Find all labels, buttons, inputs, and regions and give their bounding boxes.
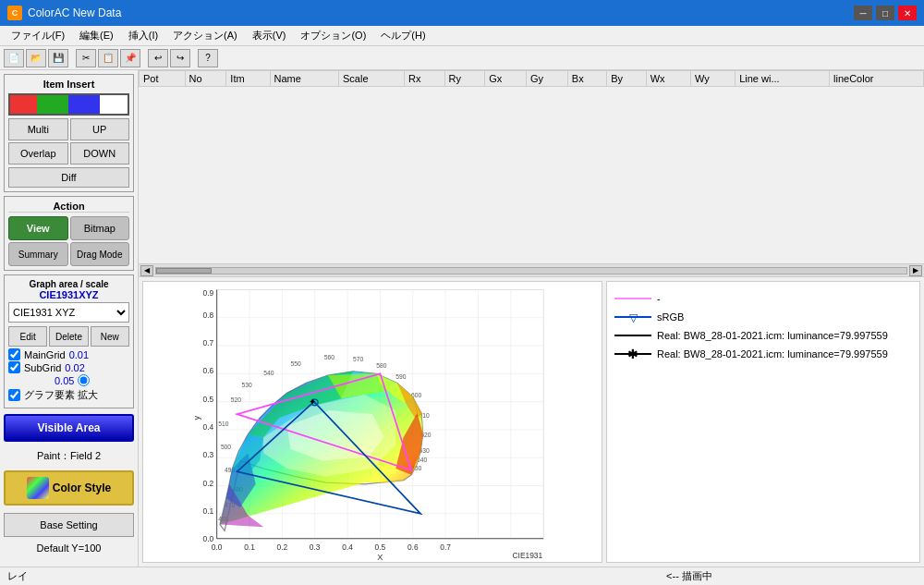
tb-undo[interactable]: ↩ (148, 49, 168, 67)
paint-label: Paint：Field 2 (4, 449, 134, 463)
tb-copy[interactable]: 📋 (98, 49, 118, 67)
delete-button[interactable]: Delete (49, 326, 88, 347)
graph-scale-select[interactable]: CIE1931 XYZ (8, 302, 129, 323)
menu-options[interactable]: オプション(O) (293, 27, 373, 44)
legend-box: - ▽ sRGB Real: BW8_28-01-2021.icm: lumin… (606, 281, 920, 563)
edit-button[interactable]: Edit (8, 326, 47, 347)
legend-star-container: ✱ (614, 347, 651, 361)
col-gy: Gy (527, 71, 568, 87)
sub-grid-value: 0.02 (65, 362, 84, 373)
sub-grid-label: SubGrid (24, 362, 61, 373)
menu-action[interactable]: アクション(A) (165, 27, 245, 44)
expand-checkbox[interactable] (8, 389, 20, 401)
left-panel: Item Insert RGBW Multi UP Overlap DOWN D… (0, 70, 139, 567)
cie1931-label: CIE1931XYZ (8, 289, 129, 300)
col-wx: Wx (646, 71, 690, 87)
menu-bar: ファイル(F) 編集(E) 挿入(I) アクション(A) 表示(V) オプション… (0, 26, 924, 46)
svg-text:500: 500 (221, 444, 231, 450)
scroll-left-button[interactable]: ◀ (140, 265, 153, 276)
data-table: Pot No Itm Name Scale Rx Ry Gx Gy Bx By … (139, 70, 924, 87)
graph-area-label: Graph area / scale (8, 279, 129, 289)
status-left: レイ (7, 569, 462, 583)
action-title: Action (8, 201, 129, 213)
legend-star-icon: ✱ (627, 347, 638, 360)
tb-save[interactable]: 💾 (48, 49, 68, 67)
col-gx: Gx (485, 71, 527, 87)
menu-view[interactable]: 表示(V) (245, 27, 294, 44)
tb-redo[interactable]: ↪ (170, 49, 190, 67)
menu-help[interactable]: ヘルプ(H) (373, 27, 432, 44)
data-table-area[interactable]: Pot No Itm Name Scale Rx Ry Gx Gy Bx By … (139, 70, 924, 264)
drag-mode-button[interactable]: Drag Mode (70, 242, 130, 266)
base-setting-button[interactable]: Base Setting (4, 513, 134, 537)
tb-help[interactable]: ? (198, 49, 218, 67)
toolbar: 📄 📂 💾 ✂ 📋 📌 ↩ ↪ ? (0, 46, 924, 70)
color-style-icon (27, 477, 49, 499)
legend-item-2: ▽ sRGB (614, 310, 912, 324)
svg-text:0.1: 0.1 (244, 542, 255, 552)
right-panel: Pot No Itm Name Scale Rx Ry Gx Gy Bx By … (139, 70, 924, 567)
svg-text:0.3: 0.3 (203, 450, 214, 459)
svg-text:0.7: 0.7 (203, 338, 214, 347)
col-rx: Rx (404, 71, 444, 87)
chart-container: 0.0 0.1 0.2 0.3 0.4 0.5 0.6 0.7 0.0 0.1 (142, 281, 602, 563)
rgbw-button[interactable]: RGBW (8, 93, 129, 116)
col-linewi: Line wi... (736, 71, 830, 87)
scroll-thumb[interactable] (156, 268, 212, 274)
tb-paste[interactable]: 📌 (120, 49, 140, 67)
tb-new[interactable]: 📄 (4, 49, 24, 67)
minimize-button[interactable]: ─ (854, 6, 872, 20)
menu-file[interactable]: ファイル(F) (4, 27, 72, 44)
svg-text:520: 520 (231, 396, 241, 403)
legend-srgb-container: ▽ (614, 310, 651, 324)
svg-text:0.8: 0.8 (203, 311, 214, 320)
svg-text:570: 570 (353, 356, 363, 362)
svg-text:0.5: 0.5 (203, 395, 214, 404)
color-style-button[interactable]: Color Style (4, 470, 134, 506)
multi-button[interactable]: Multi (8, 118, 68, 140)
maximize-button[interactable]: □ (876, 6, 894, 20)
svg-text:X: X (377, 553, 383, 562)
cie-chart-svg: 0.0 0.1 0.2 0.3 0.4 0.5 0.6 0.7 0.0 0.1 (143, 282, 602, 562)
menu-insert[interactable]: 挿入(I) (121, 27, 165, 44)
action-section: Action View Bitmap Summary Drag Mode (4, 196, 134, 271)
svg-text:540: 540 (263, 370, 274, 376)
main-grid-value: 0.01 (69, 349, 89, 360)
expand-label: グラフ要素 拡大 (24, 388, 98, 402)
app-icon: C (7, 6, 22, 20)
scroll-track[interactable] (155, 267, 907, 274)
legend-line-black1 (614, 335, 651, 336)
bitmap-button[interactable]: Bitmap (70, 216, 130, 240)
tb-cut[interactable]: ✂ (76, 49, 96, 67)
horizontal-scrollbar[interactable]: ◀ ▶ (139, 264, 924, 277)
new-button[interactable]: New (91, 326, 129, 347)
summary-button[interactable]: Summary (8, 242, 68, 266)
svg-text:0.9: 0.9 (203, 288, 214, 298)
visible-area-button[interactable]: Visible Area (4, 414, 134, 442)
col-pot: Pot (140, 71, 186, 87)
menu-edit[interactable]: 編集(E) (72, 27, 121, 44)
svg-text:✦: ✦ (309, 396, 316, 407)
legend-label-2: sRGB (657, 311, 684, 323)
legend-label-3: Real: BW8_28-01-2021.icm: luminance=79.9… (657, 330, 888, 341)
main-grid-checkbox[interactable] (8, 348, 20, 360)
tb-open[interactable]: 📂 (26, 49, 46, 67)
svg-text:CIE1931: CIE1931 (513, 551, 543, 560)
scroll-right-button[interactable]: ▶ (909, 265, 922, 276)
svg-text:0.2: 0.2 (277, 542, 288, 552)
close-button[interactable]: ✕ (898, 6, 917, 20)
radio-005[interactable] (78, 374, 90, 386)
overlap-button[interactable]: Overlap (8, 142, 68, 165)
title-bar: C ColorAC New Data ─ □ ✕ (0, 0, 924, 26)
diff-button[interactable]: Diff (8, 167, 129, 188)
svg-text:0.2: 0.2 (203, 479, 214, 488)
up-button[interactable]: UP (70, 118, 130, 140)
svg-text:0.1: 0.1 (203, 506, 214, 516)
svg-text:510: 510 (218, 420, 228, 427)
svg-text:590: 590 (395, 373, 406, 380)
down-button[interactable]: DOWN (70, 142, 130, 165)
view-button[interactable]: View (8, 216, 68, 240)
sub-grid-checkbox[interactable] (8, 361, 20, 373)
legend-line-pink (614, 298, 651, 299)
item-insert-title: Item Insert (8, 79, 129, 90)
